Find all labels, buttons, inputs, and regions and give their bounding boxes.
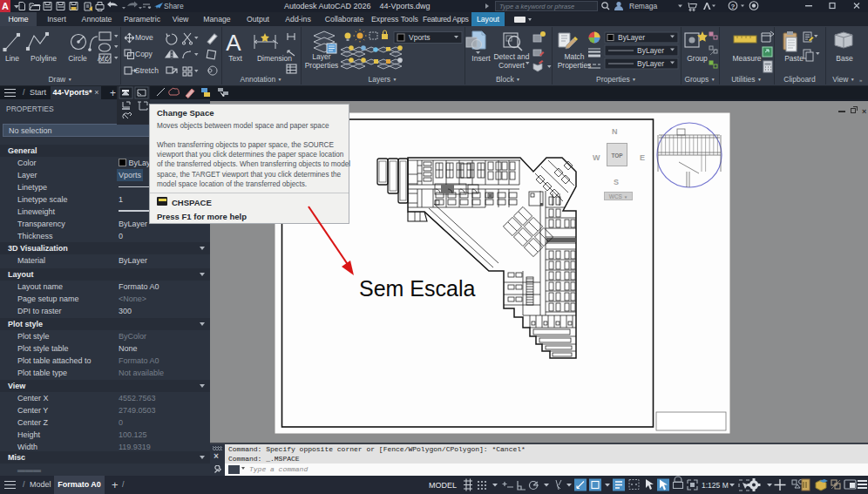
svg-text:Sem Escala: Sem Escala	[359, 276, 475, 301]
svg-text:ByLayer: ByLayer	[637, 59, 664, 68]
svg-text:?: ?	[731, 3, 736, 10]
svg-text:ByLayer: ByLayer	[637, 46, 664, 55]
svg-text:1:125 M: 1:125 M	[702, 481, 729, 490]
svg-text:ByLayer: ByLayer	[618, 33, 645, 42]
svg-text:Vports: Vports	[409, 33, 431, 42]
svg-text:A: A	[226, 30, 241, 56]
